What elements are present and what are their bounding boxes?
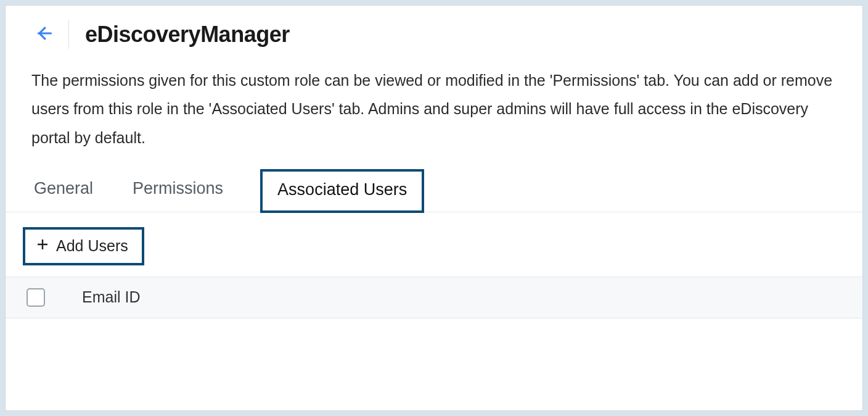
add-users-button[interactable]: Add Users (23, 227, 144, 265)
tab-permissions[interactable]: Permissions (130, 173, 226, 212)
tab-general[interactable]: General (31, 173, 96, 212)
tabs: General Permissions Associated Users (6, 156, 862, 212)
arrow-left-icon (33, 23, 54, 46)
select-all-checkbox[interactable] (27, 288, 45, 307)
column-email-id: Email ID (82, 288, 140, 306)
role-detail-panel: eDiscoveryManager The permissions given … (5, 5, 863, 411)
header: eDiscoveryManager (6, 6, 862, 55)
page-title: eDiscoveryManager (85, 22, 290, 48)
plus-icon (35, 237, 50, 256)
back-button[interactable] (30, 21, 57, 48)
add-users-label: Add Users (56, 237, 128, 255)
toolbar: Add Users (6, 212, 862, 277)
divider (68, 20, 69, 49)
tab-associated-users[interactable]: Associated Users (260, 169, 424, 213)
table-header-row: Email ID (6, 277, 862, 318)
role-description: The permissions given for this custom ro… (6, 55, 862, 156)
